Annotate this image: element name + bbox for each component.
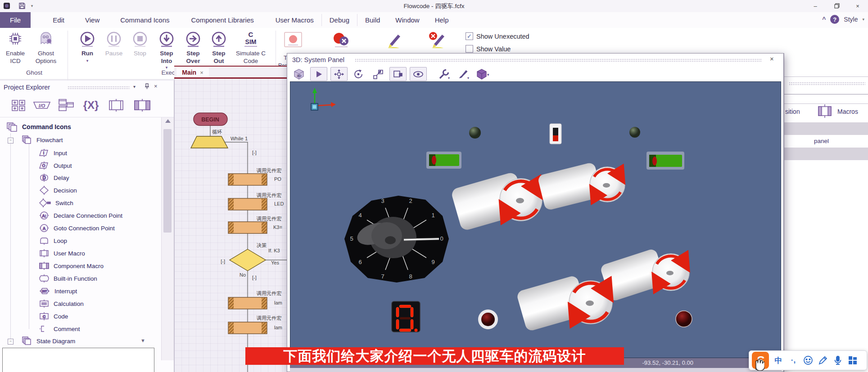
region-icon[interactable] (389, 67, 407, 81)
tree-item-switch[interactable]: Switch (39, 198, 73, 208)
close-button[interactable]: × (850, 1, 865, 10)
paintbrush-icon[interactable]: ▾ (456, 67, 472, 81)
tree-item-code[interactable]: C Code (39, 311, 68, 321)
flow-begin[interactable]: BEGIN (194, 113, 227, 125)
menu-component-libraries[interactable]: Component Libraries (184, 12, 262, 28)
tree-group-state-diagram[interactable]: State Diagram (22, 336, 75, 346)
svg-text:[-][interactable]: [-] (252, 275, 257, 280)
show-value-checkbox[interactable]: Show Value (466, 45, 511, 53)
help-icon[interactable]: ? (830, 15, 839, 24)
select-play-icon[interactable] (310, 67, 327, 81)
tab-close-icon[interactable]: × (200, 69, 203, 76)
tree-group-flowchart[interactable]: Flowchart (22, 135, 63, 145)
motor-3[interactable] (600, 248, 689, 302)
emoji-icon[interactable] (803, 355, 814, 365)
save-icon[interactable] (18, 2, 26, 10)
io-icon[interactable]: I/O (32, 99, 52, 113)
scroll-thumb[interactable] (163, 129, 172, 233)
tree-item-loop[interactable]: Loop (39, 236, 67, 246)
step-into-button[interactable]: Step Into ▾ (154, 29, 179, 72)
panel-menu-icon[interactable]: ▾ (133, 84, 136, 89)
menu-user-macros[interactable]: User Macros (268, 12, 321, 28)
tree-item-output[interactable]: O Output (39, 161, 72, 170)
style-dropdown[interactable]: Style (844, 16, 858, 23)
red-sphere-right[interactable] (676, 311, 692, 327)
show-code-icon[interactable] (384, 31, 403, 51)
explorer-scrollbar[interactable] (161, 117, 174, 360)
ghost-options-button[interactable]: Ghost Options (29, 29, 63, 65)
pencil-icon[interactable] (818, 355, 828, 365)
tree-item-declare-connection-point[interactable]: A: Declare Connection Point (39, 211, 122, 220)
flow-loop-shape[interactable] (191, 136, 228, 148)
flow-call-macro-2[interactable] (228, 198, 267, 210)
tree-root-command-icons[interactable]: Command Icons (6, 122, 71, 132)
tree-item-comment[interactable]: Comment (39, 324, 80, 334)
motor-4[interactable] (516, 275, 612, 332)
flow-call-macro-3[interactable] (228, 222, 267, 233)
tree-item-built-in-function[interactable]: Built-in Function (39, 273, 97, 283)
green-sphere-right[interactable] (629, 127, 640, 138)
menu-command-icons[interactable]: Command Icons (113, 12, 177, 28)
tree-item-delay[interactable]: D Delay (39, 173, 69, 183)
led-bar-right[interactable] (646, 152, 684, 170)
grid-plus-icon[interactable] (11, 99, 26, 113)
quick-access-more-icon[interactable]: ▾ (28, 2, 36, 10)
menu-file[interactable]: File (0, 12, 31, 28)
toggle-breakpoint-icon[interactable] (284, 31, 303, 51)
tree-item-user-macro[interactable]: User Macro (39, 248, 85, 258)
eye-icon[interactable] (410, 67, 427, 81)
menu-edit[interactable]: Edit (45, 12, 72, 28)
3d-viewport[interactable]: 0 1 2 3 4 5 6 7 8 9 (290, 81, 781, 358)
pin-icon[interactable] (144, 83, 150, 91)
show-unexecuted-box[interactable] (466, 32, 473, 40)
component-macro-icon[interactable] (132, 99, 153, 114)
3d-panel-close-icon[interactable]: × (770, 55, 774, 63)
right-row-3[interactable] (784, 148, 868, 160)
enable-icd-button[interactable]: Enable ICD (3, 29, 28, 65)
flow-call-macro-5[interactable] (228, 322, 267, 334)
microphone-icon[interactable] (832, 355, 843, 365)
run-caret-icon[interactable]: ▾ (75, 57, 100, 65)
ribbon-collapse-icon[interactable]: ^ (822, 16, 826, 23)
user-macro-icon[interactable] (106, 99, 126, 114)
material-cube-icon[interactable]: ▾ (475, 67, 491, 81)
right-panel-drag-handle[interactable] (789, 82, 865, 85)
tab-main[interactable]: Main × (176, 67, 209, 77)
reset-code-icon[interactable] (427, 31, 448, 51)
braces-x-icon[interactable]: {X} (81, 99, 100, 114)
expand-box-flowchart[interactable]: − (8, 138, 14, 143)
style-caret-icon[interactable]: ▾ (862, 17, 864, 22)
right-row-panel[interactable]: panel (784, 135, 868, 148)
panel-grid-icon[interactable] (847, 355, 858, 365)
pause-button[interactable]: Pause (102, 29, 126, 57)
stop-button[interactable]: Stop (128, 29, 152, 57)
state-diagram-dropdown-icon[interactable]: ▼ (140, 338, 145, 343)
flow-call-macro-4[interactable] (228, 297, 267, 309)
show-unexecuted-checkbox[interactable]: Show Unexecuted (466, 32, 529, 40)
clear-breakpoints-icon[interactable] (331, 31, 351, 51)
led-bar-left[interactable] (426, 152, 461, 169)
menu-build[interactable]: Build (357, 12, 388, 28)
3d-panel-drag-handle[interactable] (355, 58, 762, 62)
tree-item-decision[interactable]: Decision (39, 185, 77, 195)
minimize-button[interactable]: – (808, 1, 823, 10)
run-button[interactable]: Run ▾ (75, 29, 100, 65)
seven-segment-display[interactable] (392, 301, 420, 332)
menu-window[interactable]: Window (388, 12, 427, 28)
flow-collapse-1[interactable]: [-] (252, 150, 257, 155)
rotate-icon[interactable] (351, 67, 367, 81)
svg-text:[-][interactable]: [-] (221, 259, 225, 264)
right-row-1[interactable] (784, 122, 868, 135)
scale-icon[interactable] (370, 67, 386, 81)
restore-button[interactable] (829, 1, 845, 10)
step-over-button[interactable]: Step Over (181, 29, 205, 65)
menu-debug[interactable]: Debug (322, 12, 357, 28)
show-value-box[interactable] (466, 45, 473, 53)
windows-icon[interactable] (58, 99, 76, 114)
chinese-mode-icon[interactable]: 中 (773, 355, 784, 366)
menu-view[interactable]: View (77, 12, 107, 28)
motor-1[interactable] (450, 171, 542, 232)
tree-item-interrupt[interactable]: INT Interrupt (39, 286, 77, 296)
wrench-icon[interactable]: ▾ (436, 67, 452, 81)
scroll-up-icon[interactable] (165, 119, 171, 123)
